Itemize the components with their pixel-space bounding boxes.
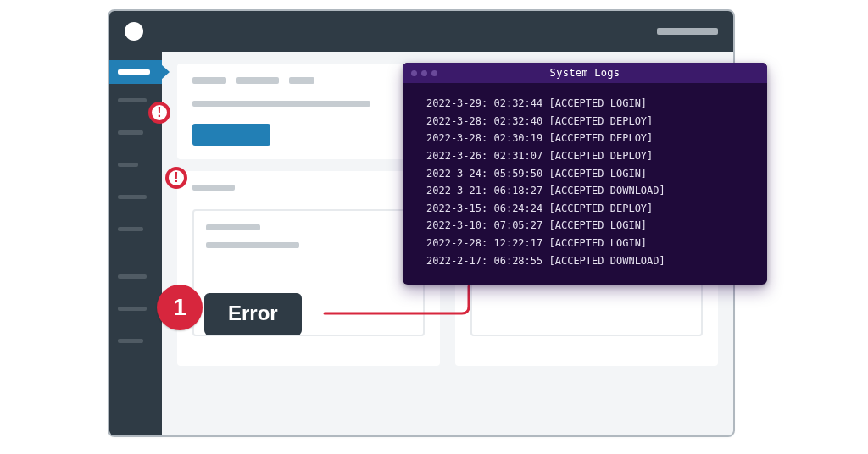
log-line: 2022-2-17: 06:28:55 [ACCEPTED DOWNLOAD] [426,252,743,270]
placeholder-text [192,77,226,84]
sidebar-item[interactable] [109,297,162,319]
alert-icon: ! [165,167,187,189]
sidebar-item[interactable] [109,218,162,240]
terminal-titlebar: System Logs [403,63,767,83]
sidebar-item[interactable] [109,185,162,208]
sidebar-item[interactable] [109,121,162,143]
error-label: Error [204,293,302,335]
sidebar-item[interactable] [109,265,162,287]
log-line: 2022-3-28: 02:32:40 [ACCEPTED DEPLOY] [426,113,743,130]
terminal-window: System Logs 2022-3-29: 02:32:44 [ACCEPTE… [403,63,767,285]
content-card [177,171,440,366]
placeholder-text [192,185,235,191]
alert-icon: ! [148,102,170,124]
placeholder-text [206,224,260,230]
primary-button[interactable] [192,124,270,146]
log-line: 2022-3-10: 07:05:27 [ACCEPTED LOGIN] [426,217,743,235]
placeholder-text [236,77,279,84]
sidebar-item[interactable] [109,329,162,352]
log-line: 2022-3-29: 02:32:44 [ACCEPTED LOGIN] [426,95,743,113]
log-line: 2022-3-26: 02:31:07 [ACCEPTED DEPLOY] [426,147,743,165]
sidebar-item[interactable] [109,153,162,175]
sidebar-item-active[interactable] [109,60,162,84]
log-line: 2022-2-28: 12:22:17 [ACCEPTED LOGIN] [426,235,743,252]
log-line: 2022-3-15: 06:24:24 [ACCEPTED DEPLOY] [426,200,743,218]
window-control-icon[interactable] [125,22,143,41]
log-line: 2022-3-21: 06:18:27 [ACCEPTED DOWNLOAD] [426,182,743,200]
titlebar-decor [657,28,718,35]
step-number-badge: 1 [157,285,203,330]
placeholder-text [289,77,314,84]
terminal-body[interactable]: 2022-3-29: 02:32:44 [ACCEPTED LOGIN] 202… [403,83,767,285]
log-line: 2022-3-24: 05:59:50 [ACCEPTED LOGIN] [426,165,743,183]
terminal-title: System Logs [403,67,767,79]
log-line: 2022-3-28: 02:30:19 [ACCEPTED DEPLOY] [426,130,743,147]
titlebar [109,11,733,52]
chevron-right-icon [161,64,170,80]
placeholder-text [206,242,299,248]
placeholder-text [192,101,370,107]
